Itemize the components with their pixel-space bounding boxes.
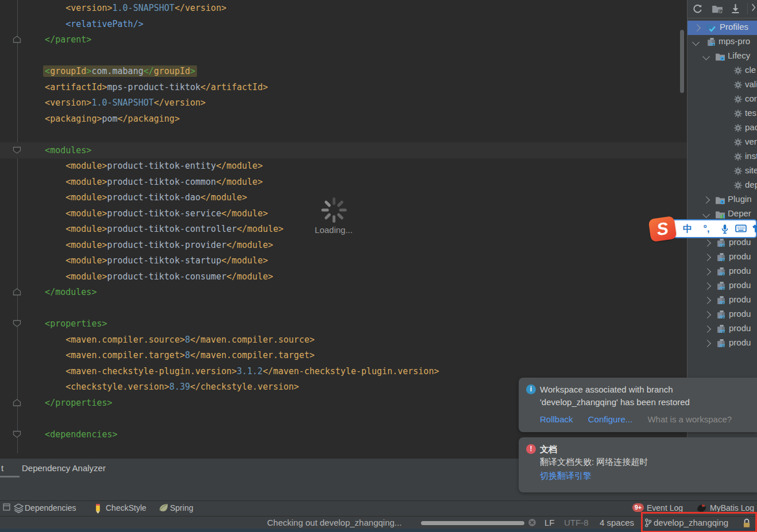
- switch-translate-engine-link[interactable]: 切换翻译引擎: [540, 471, 592, 480]
- maven-tree-item-lifecy[interactable]: Lifecy: [688, 49, 757, 64]
- code-token: </maven-checkstyle-plugin.version>: [262, 366, 439, 376]
- code-line[interactable]: <maven.compiler.target>8</maven.compiler…: [65, 347, 315, 363]
- gear-icon: [733, 109, 743, 119]
- tree-item-label: Lifecy: [728, 51, 750, 60]
- code-token: product-tiktok-common: [107, 177, 216, 187]
- chevron-right-icon[interactable]: [704, 282, 711, 290]
- dependencies-tool-button[interactable]: Dependencies: [25, 501, 76, 515]
- code-line[interactable]: <module>product-tiktok-entity</module>: [65, 158, 262, 174]
- code-line[interactable]: <module>product-tiktok-provider</module>: [65, 237, 273, 253]
- line-ending-widget[interactable]: LF: [544, 517, 555, 529]
- code-line[interactable]: <module>product-tiktok-dao</module>: [65, 189, 247, 205]
- chevron-right-icon[interactable]: [704, 254, 711, 261]
- maven-tree-item-profiles[interactable]: Profiles: [688, 21, 757, 35]
- maven-tree-item-produ[interactable]: mprodu: [688, 308, 757, 322]
- maven-tree-item-com[interactable]: com: [688, 92, 757, 107]
- spring-tool-button[interactable]: Spring: [170, 501, 193, 515]
- tree-item-label: pac: [745, 122, 757, 132]
- code-line[interactable]: <checkstyle.version>8.39</checkstyle.ver…: [65, 379, 299, 395]
- ime-skin-shirt-icon[interactable]: [751, 222, 757, 236]
- what-is-workspace-text[interactable]: What is a workspace?: [647, 414, 732, 424]
- maven-tree-item-produ[interactable]: mprodu: [688, 279, 757, 293]
- maven-tree-item-plugin[interactable]: Plugin: [688, 193, 757, 207]
- encoding-widget[interactable]: UTF-8: [564, 517, 589, 529]
- maven-tree-item-inst[interactable]: inst: [688, 150, 757, 164]
- maven-tree-item-produ[interactable]: mprodu: [688, 322, 757, 336]
- code-line[interactable]: <module>product-tiktok-startup</module>: [65, 253, 268, 269]
- maven-tree-item-cle[interactable]: cle: [688, 64, 757, 78]
- code-token: <module>: [65, 240, 107, 250]
- code-token: <version>: [45, 98, 91, 108]
- code-line[interactable]: <groupId>com.mabang</groupId>: [45, 63, 197, 79]
- maven-tree-item-produ[interactable]: mprodu: [688, 336, 757, 351]
- chevron-right-icon[interactable]: [702, 196, 710, 204]
- maven-tree-item-pac[interactable]: pac: [688, 121, 757, 135]
- indentation-widget[interactable]: 4 spaces: [600, 517, 634, 529]
- maven-tree-item-dep[interactable]: dep: [688, 178, 757, 193]
- chevron-right-icon[interactable]: [704, 268, 711, 275]
- chevron-right-icon[interactable]: [693, 24, 701, 32]
- ime-language-toggle[interactable]: 中: [681, 222, 694, 236]
- chevron-right-icon[interactable]: [704, 311, 711, 319]
- maven-tree-item-site[interactable]: site: [688, 164, 757, 178]
- fold-end-icon[interactable]: [13, 288, 21, 296]
- ime-mic-icon[interactable]: [719, 222, 731, 236]
- chevron-right-icon[interactable]: [704, 297, 711, 304]
- code-line[interactable]: <module>product-tiktok-service</module>: [65, 205, 268, 222]
- notification-workspace[interactable]: i Workspace associated with branch 'deve…: [519, 378, 757, 432]
- fold-start-icon[interactable]: [13, 146, 21, 154]
- code-line[interactable]: <module>product-tiktok-controller</modul…: [65, 221, 283, 237]
- code-line[interactable]: <modules>: [45, 142, 91, 158]
- maven-tree-item-vali[interactable]: vali: [688, 78, 757, 92]
- maven-tree-item-tes[interactable]: tes: [688, 107, 757, 121]
- fold-end-icon[interactable]: [13, 36, 21, 43]
- fold-start-icon[interactable]: [13, 320, 21, 327]
- code-token: </module>: [237, 224, 283, 234]
- chevron-down-icon[interactable]: [702, 53, 710, 60]
- code-line[interactable]: <artifactId>mps-product-tiktok</artifact…: [45, 79, 268, 95]
- maven-toolbar-more-icon[interactable]: [751, 3, 757, 15]
- maven-tree-item-ver[interactable]: ver: [688, 135, 757, 150]
- maven-generate-sources-icon[interactable]: G: [712, 3, 723, 15]
- identifier-highlight: <groupId>com.mabang</groupId>: [43, 65, 197, 77]
- code-line[interactable]: <module>product-tiktok-common</module>: [65, 174, 262, 190]
- chevron-right-icon[interactable]: [704, 325, 711, 333]
- code-line[interactable]: </modules>: [45, 284, 96, 300]
- maven-reimport-icon[interactable]: [692, 3, 704, 15]
- code-line[interactable]: <properties>: [45, 316, 107, 332]
- fold-end-icon[interactable]: [13, 399, 21, 406]
- rollback-link[interactable]: Rollback: [540, 414, 573, 424]
- configure-link[interactable]: Configure...: [588, 414, 633, 424]
- editor-scrollbar[interactable]: [680, 30, 684, 93]
- code-token: product-tiktok-entity: [107, 161, 216, 171]
- maven-download-sources-icon[interactable]: [730, 3, 741, 15]
- code-line[interactable]: <relativePath/>: [65, 16, 143, 32]
- tree-item-label: tes: [745, 108, 756, 118]
- chevron-right-icon[interactable]: [704, 340, 711, 347]
- code-line[interactable]: <version>1.0-SNAPSHOT</version>: [45, 95, 206, 111]
- maven-tree-item-produ[interactable]: mprodu: [688, 250, 757, 265]
- code-token: product-tiktok-dao: [107, 192, 200, 203]
- code-line[interactable]: <version>1.0-SNAPSHOT</version>: [65, 0, 226, 16]
- code-line[interactable]: <packaging>pom</packaging>: [45, 111, 180, 127]
- tab-dependency-analyzer[interactable]: Dependency Analyzer: [22, 459, 106, 479]
- code-line[interactable]: </parent>: [45, 32, 91, 48]
- tool-window-square-icon[interactable]: [3, 503, 13, 513]
- code-line[interactable]: <maven-checkstyle-plugin.version>3.1.2</…: [65, 363, 439, 379]
- sogou-logo[interactable]: S: [648, 216, 677, 242]
- code-line[interactable]: <module>product-tiktok-consumer</module>: [65, 269, 273, 285]
- ime-punctuation-toggle[interactable]: °,: [700, 222, 713, 236]
- maven-tree-item-produ[interactable]: mprodu: [688, 293, 757, 308]
- ime-keyboard-icon[interactable]: [734, 222, 748, 236]
- fold-start-icon[interactable]: [13, 430, 21, 438]
- maven-tree-item-mps-pro[interactable]: mmps-pro: [688, 35, 757, 49]
- code-line[interactable]: <dependencies>: [45, 426, 117, 442]
- checkstyle-tool-button[interactable]: CheckStyle: [106, 501, 146, 515]
- notification-doc-error[interactable]: ! 文档 翻译文档失败: 网络连接超时 切换翻译引擎: [519, 437, 757, 492]
- maven-tree-item-produ[interactable]: mprodu: [688, 265, 757, 279]
- chevron-down-icon[interactable]: [692, 38, 700, 46]
- gear-icon: [733, 181, 743, 191]
- code-line[interactable]: <maven.compiler.source>8</maven.compiler…: [65, 332, 315, 348]
- code-token: </maven.compiler.source>: [190, 335, 315, 345]
- code-line[interactable]: </properties>: [45, 395, 112, 411]
